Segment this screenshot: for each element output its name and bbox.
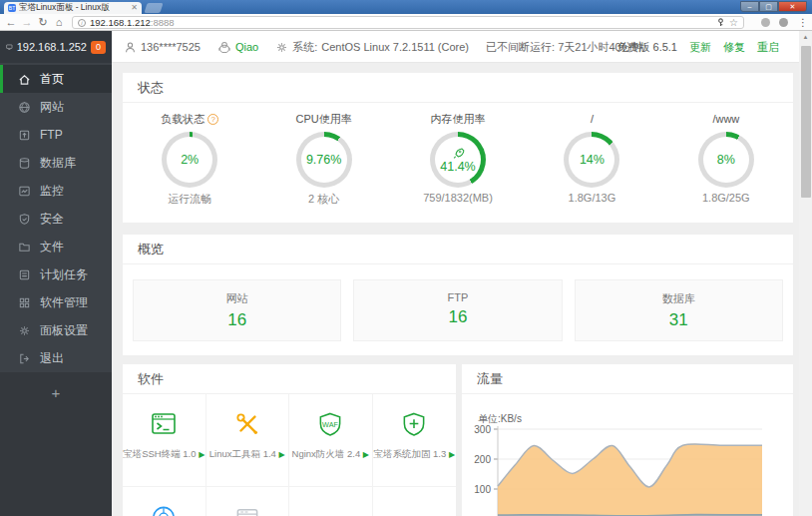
software-title: 软件: [123, 364, 456, 394]
task-list-icon: [18, 268, 31, 281]
app-item[interactable]: [206, 487, 290, 516]
browser-toolbar: ← → ↻ ⌂ i 192.168.1.212:8888 ☆ ⋮: [0, 14, 812, 31]
home-icon: [18, 73, 31, 86]
repair-link[interactable]: 修复: [723, 40, 745, 55]
globe-icon: [18, 101, 31, 114]
forward-icon[interactable]: →: [20, 15, 34, 30]
gauge-cpu[interactable]: CPU使用率 9.76% 2 核心: [256, 103, 390, 207]
sidebar-item-home[interactable]: 首页: [0, 65, 112, 93]
sidebar-item-app-store[interactable]: 软件管理: [0, 288, 112, 316]
sidebar-item-cron[interactable]: 计划任务: [0, 260, 112, 288]
server-ip-block[interactable]: 192.168.1.252 0: [0, 31, 112, 63]
extension-icon[interactable]: [761, 18, 770, 27]
sidebar-item-logout[interactable]: 退出: [0, 344, 112, 372]
app-nginx-waf[interactable]: WAF Nginx防火墙 2.4 ▶: [289, 394, 373, 487]
run-icon: ▶: [449, 450, 455, 459]
gauge-ring: 14%: [564, 132, 619, 188]
sidebar-item-monitor[interactable]: 监控: [0, 177, 112, 205]
page-scrollbar[interactable]: ▲: [799, 31, 812, 516]
sidebar-item-database[interactable]: 数据库: [0, 149, 112, 177]
url-text[interactable]: 192.168.1.212:8888: [90, 17, 175, 28]
traffic-title: 流量: [462, 364, 793, 394]
window-maximize-button[interactable]: ▢: [759, 1, 778, 12]
scrollbar-up-icon[interactable]: ▲: [799, 31, 812, 44]
gauge-disk-root[interactable]: / 14% 1.8G/13G: [525, 103, 658, 207]
status-title: 状态: [123, 73, 793, 103]
app-system-hardening[interactable]: 宝塔系统加固 1.3 ▶: [373, 394, 457, 487]
app-slot-empty: [289, 487, 373, 516]
shield-icon: [18, 213, 31, 226]
scrollbar-thumb[interactable]: [801, 46, 811, 198]
sidebar-add-button[interactable]: +: [0, 372, 112, 401]
status-panel: 状态 负载状态? 2% 运行流畅 CPU使用率 9.76% 2 核心 内存使用率…: [123, 73, 793, 223]
run-icon: ▶: [279, 450, 285, 459]
overview-title: 概览: [123, 235, 793, 264]
reload-icon[interactable]: ↻: [36, 15, 50, 30]
extension-icon[interactable]: [779, 18, 788, 27]
browser-menu-icon[interactable]: ⋮: [798, 15, 808, 30]
gauge-disk-www[interactable]: /www 8% 1.8G/25G: [659, 103, 793, 207]
gauge-memory[interactable]: 内存使用率 41.4% 759/1832(MB): [391, 103, 525, 207]
main-content: 状态 负载状态? 2% 运行流畅 CPU使用率 9.76% 2 核心 内存使用率…: [112, 63, 799, 516]
system-info: 系统: CentOS Linux 7.2.1511 (Core): [275, 40, 469, 55]
page-info-icon[interactable]: i: [78, 19, 86, 27]
terminal-icon: [123, 409, 205, 439]
qq-icon: [217, 41, 231, 54]
gear-icon: [18, 324, 31, 337]
gauge-ring: 2%: [162, 132, 217, 188]
sidebar-item-website[interactable]: 网站: [0, 93, 112, 121]
shield-plus-icon: [373, 409, 457, 439]
gauge-ring: 8%: [698, 132, 754, 188]
window-minimize-button[interactable]: –: [740, 1, 759, 12]
help-icon[interactable]: ?: [207, 114, 218, 125]
password-key-icon[interactable]: [716, 16, 725, 30]
grid-icon: [18, 296, 31, 309]
app-item[interactable]: [123, 487, 206, 516]
message-count-badge[interactable]: 0: [91, 41, 106, 54]
bookmark-star-icon[interactable]: ☆: [729, 18, 738, 28]
monitor-chart-icon: [18, 185, 31, 198]
svg-text:WAF: WAF: [322, 419, 338, 428]
sidebar-item-settings[interactable]: 面板设置: [0, 316, 112, 344]
tools-icon: [206, 409, 289, 439]
screen: BT 宝塔Linux面板 - Linux版 ✕ – ▢ ✕ ← → ↻ ⌂ i …: [0, 0, 812, 516]
run-icon: ▶: [199, 450, 204, 459]
overview-card-ftp[interactable]: FTP 16: [353, 279, 562, 341]
panel-header: 192.168.1.252 0 136****7525 Qiao 系统: Cen…: [0, 31, 799, 63]
upload-box-icon: [18, 129, 31, 142]
restart-link[interactable]: 重启: [757, 40, 779, 55]
svg-text:200: 200: [474, 454, 491, 465]
traffic-chart[interactable]: 100200300: [468, 423, 779, 516]
overview-card-sites[interactable]: 网站 16: [133, 279, 341, 341]
rocket-icon[interactable]: [452, 147, 465, 160]
server-ip: 192.168.1.252: [17, 41, 87, 53]
back-icon[interactable]: ←: [4, 15, 18, 30]
tab-close-icon[interactable]: ✕: [131, 4, 138, 12]
address-bar[interactable]: i 192.168.1.212:8888 ☆: [72, 16, 744, 29]
sidebar-item-files[interactable]: 文件: [0, 233, 112, 260]
panel-version: 免费版 6.5.1: [616, 40, 677, 55]
home-icon[interactable]: ⌂: [52, 15, 66, 30]
traffic-panel: 流量 单位:KB/s 100200300: [462, 364, 793, 516]
gauge-ring: 41.4%: [430, 132, 486, 188]
sidebar-item-security[interactable]: 安全: [0, 205, 112, 233]
qq-contact[interactable]: Qiao: [217, 41, 258, 54]
database-icon: [18, 157, 31, 170]
new-tab-button[interactable]: [144, 3, 163, 13]
software-panel: 软件 宝塔SSH终端 1.0 ▶ Linux工具箱 1.4 ▶ WAF: [123, 364, 456, 516]
app-ssh-terminal[interactable]: 宝塔SSH终端 1.0 ▶: [123, 394, 206, 487]
window-close-button[interactable]: ✕: [778, 1, 807, 12]
sidebar-item-ftp[interactable]: FTP: [0, 121, 112, 149]
gauge-load[interactable]: 负载状态? 2% 运行流畅: [123, 103, 256, 207]
update-link[interactable]: 更新: [689, 40, 711, 55]
browser-titlebar: BT 宝塔Linux面板 - Linux版 ✕ – ▢ ✕: [0, 0, 812, 14]
svg-text:100: 100: [474, 484, 491, 495]
browser-tab[interactable]: BT 宝塔Linux面板 - Linux版 ✕: [4, 2, 142, 14]
favicon-bt-icon: BT: [8, 4, 16, 12]
overview-panel: 概览 网站 16 FTP 16 数据库 31: [123, 235, 793, 355]
account-phone[interactable]: 136****7525: [124, 41, 201, 54]
overview-card-database[interactable]: 数据库 31: [575, 279, 783, 341]
app-linux-toolbox[interactable]: Linux工具箱 1.4 ▶: [206, 394, 290, 487]
compass-icon: [123, 502, 205, 516]
waf-shield-icon: WAF: [289, 409, 372, 439]
